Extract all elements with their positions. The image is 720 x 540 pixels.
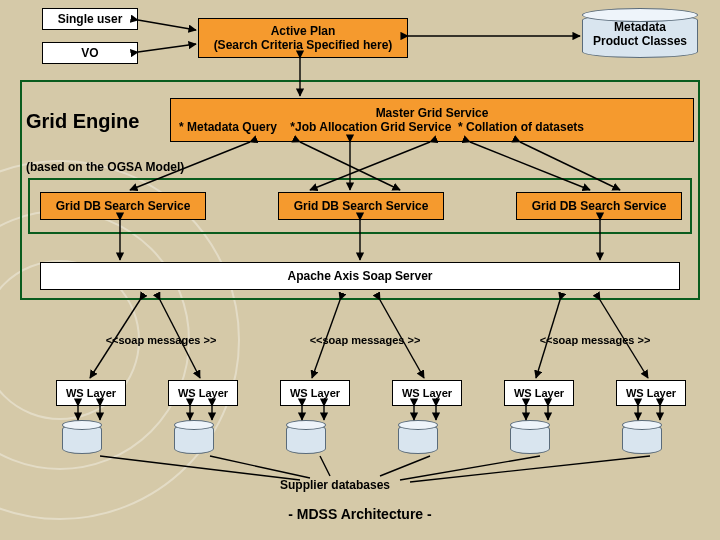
db-cylinder-1 — [62, 424, 102, 454]
ws-layer-4: WS Layer — [392, 380, 462, 406]
grid-db-search-2: Grid DB Search Service — [278, 192, 444, 220]
metadata-l2: Product Classes — [582, 34, 698, 48]
svg-line-34 — [380, 456, 430, 476]
ws-layer-1: WS Layer — [56, 380, 126, 406]
single-user-box: Single user — [42, 8, 138, 30]
ogsa-note: (based on the OGSA Model) — [26, 160, 184, 174]
metadata-cylinder: Metadata Product Classes — [582, 14, 698, 58]
svg-line-0 — [138, 20, 196, 30]
master-grid-service-box: Master Grid Service * Metadata Query *Jo… — [170, 98, 694, 142]
vo-box: VO — [42, 42, 138, 64]
supplier-db-label: Supplier databases — [280, 478, 390, 492]
db-cylinder-3 — [286, 424, 326, 454]
apache-axis-box: Apache Axis Soap Server — [40, 262, 680, 290]
metadata-l1: Metadata — [582, 20, 698, 34]
active-plan-box: Active Plan (Search Criteria Specified h… — [198, 18, 408, 58]
db-cylinder-2 — [174, 424, 214, 454]
footer-title: - MDSS Architecture - — [0, 506, 720, 522]
grid-db-search-3: Grid DB Search Service — [516, 192, 682, 220]
soap-msg-2: <<soap messages >> — [290, 334, 440, 346]
ws-layer-3: WS Layer — [280, 380, 350, 406]
ws-layer-5: WS Layer — [504, 380, 574, 406]
svg-line-33 — [320, 456, 330, 476]
svg-line-32 — [210, 456, 310, 478]
db-cylinder-6 — [622, 424, 662, 454]
svg-line-1 — [138, 44, 196, 52]
soap-msg-1: <<soap messages >> — [86, 334, 236, 346]
svg-line-35 — [400, 456, 540, 480]
db-cylinder-4 — [398, 424, 438, 454]
master-items: * Metadata Query *Job Allocation Grid Se… — [179, 120, 584, 134]
svg-line-36 — [410, 456, 650, 482]
grid-engine-label: Grid Engine — [26, 110, 139, 133]
grid-db-search-1: Grid DB Search Service — [40, 192, 206, 220]
ws-layer-6: WS Layer — [616, 380, 686, 406]
soap-msg-3: <<soap messages >> — [520, 334, 670, 346]
ws-layer-2: WS Layer — [168, 380, 238, 406]
master-title: Master Grid Service — [376, 106, 489, 120]
active-plan-l1: Active Plan — [271, 24, 336, 38]
active-plan-l2: (Search Criteria Specified here) — [214, 38, 393, 52]
db-cylinder-5 — [510, 424, 550, 454]
